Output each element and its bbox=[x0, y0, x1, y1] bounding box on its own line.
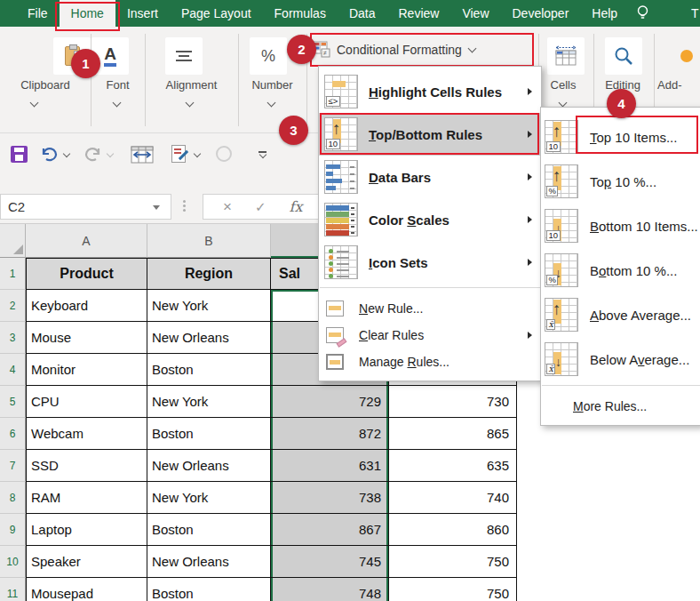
menu-item-highlight-cells-rules[interactable]: ≤> Highlight Cells Rules bbox=[319, 70, 541, 113]
cell-c5[interactable]: 729 bbox=[271, 386, 389, 418]
menu-item-manage-rules[interactable]: Manage Rules... bbox=[319, 349, 541, 375]
cell-d11[interactable]: 750 bbox=[389, 578, 517, 601]
cell-d8[interactable]: 740 bbox=[389, 482, 517, 514]
cell-a7[interactable]: SSD bbox=[26, 450, 147, 482]
tab-insert[interactable]: Insert bbox=[115, 0, 170, 27]
row-header-6[interactable]: 6 bbox=[0, 418, 26, 450]
row-header-9[interactable]: 9 bbox=[0, 514, 26, 546]
column-width-icon[interactable] bbox=[131, 143, 154, 164]
cell-b2[interactable]: New York bbox=[147, 290, 271, 322]
undo-dropdown-icon[interactable] bbox=[63, 150, 70, 157]
customize-quick-access-icon[interactable] bbox=[259, 151, 266, 157]
submenu-item-bottom-10-items[interactable]: ↓ 10 Bottom 10 Items... bbox=[541, 204, 700, 248]
font-dialog-launcher-icon[interactable] bbox=[113, 99, 122, 108]
cell-a4[interactable]: Monitor bbox=[26, 354, 147, 386]
menu-item-clear-rules[interactable]: Clear Rules bbox=[319, 322, 541, 349]
row-header-4[interactable]: 4 bbox=[0, 354, 26, 386]
cell-c9[interactable]: 867 bbox=[271, 514, 389, 546]
circle-button-icon[interactable] bbox=[216, 146, 232, 162]
cell-c6[interactable]: 872 bbox=[271, 418, 389, 450]
tab-developer[interactable]: Developer bbox=[501, 0, 581, 27]
cell-b7[interactable]: New Orleans bbox=[147, 450, 271, 482]
row-header-7[interactable]: 7 bbox=[0, 450, 26, 482]
submenu-item-more-rules[interactable]: More Rules... bbox=[541, 393, 700, 420]
cell-b8[interactable]: New York bbox=[147, 482, 271, 514]
cell-b11[interactable]: Boston bbox=[147, 578, 271, 601]
row-header-10[interactable]: 10 bbox=[0, 546, 26, 578]
number-button[interactable]: % bbox=[250, 37, 287, 75]
row-header-5[interactable]: 5 bbox=[0, 386, 26, 418]
tab-home[interactable]: Home bbox=[60, 0, 115, 27]
cells-chevron-icon[interactable] bbox=[559, 99, 568, 108]
cell-d10[interactable]: 750 bbox=[389, 546, 517, 578]
menu-item-color-scales[interactable]: Color Scales bbox=[319, 198, 541, 241]
redo-icon[interactable] bbox=[84, 147, 102, 162]
column-header-b[interactable]: B bbox=[147, 224, 271, 258]
row-header-3[interactable]: 3 bbox=[0, 322, 26, 354]
new-note-icon[interactable] bbox=[171, 145, 186, 163]
tab-file[interactable]: File bbox=[16, 0, 60, 27]
note-dropdown-icon[interactable] bbox=[194, 150, 201, 157]
cell-b1[interactable]: Region bbox=[147, 258, 271, 290]
menu-item-data-bars[interactable]: Data Bars bbox=[319, 156, 541, 198]
enter-icon[interactable]: ✓ bbox=[255, 199, 266, 215]
row-header-1[interactable]: 1 bbox=[0, 258, 26, 290]
submenu-item-top-10-percent[interactable]: ↑ % Top 10 %... bbox=[541, 159, 700, 204]
tab-help[interactable]: Help bbox=[580, 0, 629, 27]
lightbulb-icon[interactable] bbox=[636, 4, 649, 22]
cell-b5[interactable]: New York bbox=[147, 386, 271, 418]
tab-review[interactable]: Review bbox=[387, 0, 451, 27]
select-all-button[interactable] bbox=[0, 224, 26, 258]
clipboard-dialog-launcher-icon[interactable] bbox=[30, 99, 39, 108]
number-dialog-launcher-icon[interactable] bbox=[267, 99, 276, 108]
name-box-dropdown-icon[interactable] bbox=[153, 205, 160, 210]
tab-tell-me-partial[interactable]: T bbox=[691, 0, 699, 27]
menu-item-top-bottom-rules[interactable]: ↑ 10 Top/Bottom Rules bbox=[319, 113, 541, 156]
submenu-item-above-average[interactable]: ↑ x̄ Above Average... bbox=[541, 292, 700, 337]
column-header-a[interactable]: A bbox=[26, 224, 147, 258]
row-header-2[interactable]: 2 bbox=[0, 290, 26, 322]
tab-view[interactable]: View bbox=[450, 0, 500, 27]
cell-d5[interactable]: 730 bbox=[389, 386, 517, 418]
insert-function-icon[interactable]: fx bbox=[290, 198, 303, 215]
cell-a5[interactable]: CPU bbox=[26, 386, 147, 418]
cell-a2[interactable]: Keyboard bbox=[26, 290, 147, 322]
submenu-item-top-10-items[interactable]: ↑ 10 Top 10 Items... bbox=[541, 115, 700, 159]
row-header-11[interactable]: 11 bbox=[0, 578, 26, 601]
alignment-dialog-launcher-icon[interactable] bbox=[186, 99, 195, 108]
menu-item-icon-sets[interactable]: Icon Sets bbox=[319, 241, 541, 284]
undo-icon[interactable] bbox=[40, 147, 59, 162]
tab-data[interactable]: Data bbox=[338, 0, 387, 27]
alignment-button[interactable] bbox=[165, 37, 203, 75]
cell-a11[interactable]: Mousepad bbox=[26, 578, 147, 601]
cell-b10[interactable]: New Orleans bbox=[147, 546, 271, 578]
cell-d7[interactable]: 635 bbox=[389, 450, 517, 482]
redo-dropdown-icon[interactable] bbox=[107, 150, 114, 157]
cells-button[interactable] bbox=[547, 37, 585, 75]
cell-b3[interactable]: New Orleans bbox=[147, 322, 271, 354]
cell-c10[interactable]: 745 bbox=[271, 546, 389, 578]
cell-d9[interactable]: 860 bbox=[389, 514, 517, 546]
cell-c11[interactable]: 748 bbox=[271, 578, 389, 601]
cell-b4[interactable]: Boston bbox=[147, 354, 271, 386]
cell-c8[interactable]: 738 bbox=[271, 482, 389, 514]
cell-b9[interactable]: Boston bbox=[147, 514, 271, 546]
cell-a8[interactable]: RAM bbox=[26, 482, 147, 514]
tab-formulas[interactable]: Formulas bbox=[263, 0, 338, 27]
save-icon[interactable] bbox=[11, 146, 28, 163]
cancel-icon[interactable]: × bbox=[223, 198, 232, 216]
cell-d6[interactable]: 865 bbox=[389, 418, 517, 450]
cell-b6[interactable]: Boston bbox=[147, 418, 271, 450]
cell-c7[interactable]: 631 bbox=[271, 450, 389, 482]
cell-a3[interactable]: Mouse bbox=[26, 322, 147, 354]
submenu-item-bottom-10-percent[interactable]: ↓ % Bottom 10 %... bbox=[541, 248, 700, 292]
row-header-8[interactable]: 8 bbox=[0, 482, 26, 514]
name-box[interactable]: C2 bbox=[0, 194, 171, 220]
editing-button[interactable] bbox=[605, 37, 642, 75]
cell-a6[interactable]: Webcam bbox=[26, 418, 147, 450]
cell-a1[interactable]: Product bbox=[26, 258, 147, 290]
formula-bar-handle-icon[interactable] bbox=[183, 200, 186, 203]
menu-item-new-rule[interactable]: New Rule... bbox=[319, 295, 541, 322]
submenu-item-below-average[interactable]: ↓ x̄ Below Average... bbox=[541, 337, 700, 381]
cell-a9[interactable]: Laptop bbox=[26, 514, 147, 546]
